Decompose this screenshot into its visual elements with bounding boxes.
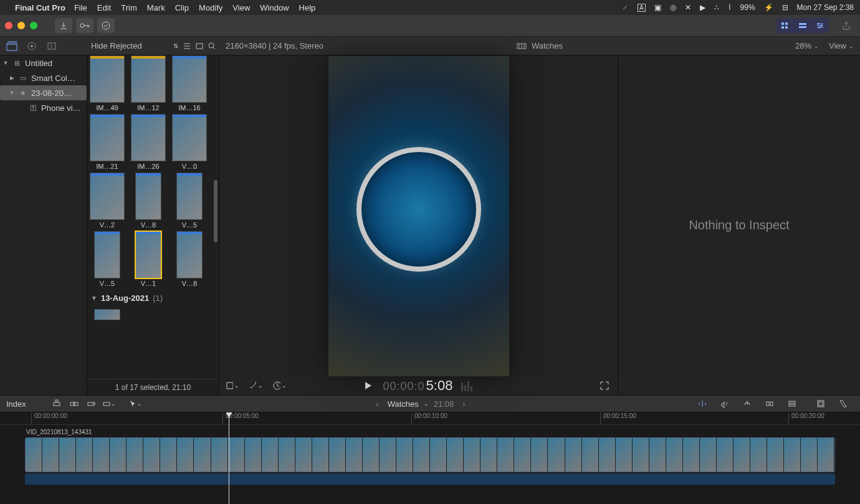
input-menu-icon[interactable]: A (638, 4, 646, 12)
clip-thumbnail-selected[interactable]: V…1 (131, 231, 166, 287)
clip-thumbnail[interactable]: V…5 (90, 231, 125, 287)
timeline-toggle[interactable] (794, 18, 811, 33)
snapping-toggle[interactable] (763, 397, 776, 411)
connect-button[interactable] (50, 397, 64, 411)
timeline-history-fwd[interactable]: › (462, 399, 465, 409)
background-tasks-button[interactable] (97, 18, 115, 33)
timeline-history-back[interactable]: ‹ (376, 399, 378, 409)
sidebar-item-event[interactable]: ▼ ★ 23-08-20… (0, 85, 87, 100)
titles-tab[interactable]: T (45, 39, 59, 53)
battery-icon[interactable]: ⚡ (764, 3, 773, 12)
effects-browser-toggle[interactable] (814, 397, 828, 411)
menu-modify[interactable]: Modify (199, 3, 222, 12)
zoom-menu[interactable]: 28% ⌄ (795, 41, 819, 50)
clip-thumbnail[interactable]: V…0 (172, 114, 207, 170)
keyword-button[interactable] (76, 18, 93, 33)
airdrop-icon[interactable]: ◎ (670, 3, 676, 12)
search-button[interactable] (208, 42, 216, 50)
timeline[interactable]: 00:00:00:00 00:00:05:00 00:00:10:00 00:0… (0, 412, 860, 504)
sidebar-item-library[interactable]: ▼ ⊞ Untitled (0, 55, 87, 70)
append-button[interactable] (85, 397, 98, 411)
menu-trim[interactable]: Trim (121, 3, 137, 12)
clip-thumbnail[interactable]: V…8 (131, 173, 166, 229)
filter-menu[interactable]: Hide Rejected (91, 41, 168, 50)
clip-thumbnail[interactable]: IM…49 (90, 55, 125, 112)
viewer-canvas[interactable] (219, 55, 618, 376)
menu-file[interactable]: File (74, 3, 87, 12)
svg-point-17 (209, 43, 214, 48)
mission-control-icon[interactable]: ▣ (654, 3, 661, 12)
clip-thumbnail[interactable]: IM…16 (172, 55, 207, 112)
clip-thumbnail[interactable]: IM…12 (131, 55, 166, 112)
library-tab[interactable] (5, 39, 19, 53)
date-group-header[interactable]: ▼ 13-Aug-2021 (1) (90, 290, 216, 307)
retime-menu[interactable]: ⌄ (273, 379, 287, 392)
menu-view[interactable]: View (232, 3, 250, 12)
import-button[interactable] (55, 18, 72, 33)
fullscreen-button[interactable] (598, 379, 611, 392)
sidebar-item-smart[interactable]: ▶ ▭ Smart Col… (0, 70, 87, 85)
chevron-down-icon[interactable]: ⌄ (424, 401, 429, 407)
disclosure-triangle-icon[interactable]: ▼ (91, 295, 97, 302)
clip-thumbnail[interactable]: V…2 (90, 173, 125, 229)
disclosure-triangle-icon[interactable]: ▶ (9, 75, 15, 81)
clip-thumbnail[interactable]: IM…21 (90, 114, 125, 170)
clip-thumbnail[interactable]: IM…26 (131, 114, 166, 170)
tool-menu[interactable]: ⌄ (128, 397, 142, 411)
sidebar-label: Untitled (25, 59, 52, 68)
insert-button[interactable] (67, 397, 81, 411)
menu-mark[interactable]: Mark (147, 3, 165, 12)
now-playing-icon[interactable]: ▶ (700, 3, 705, 12)
play-button[interactable] (361, 379, 375, 392)
app-name[interactable]: Final Cut Pro (15, 3, 65, 12)
share-button[interactable] (838, 18, 855, 33)
inspector-toggle[interactable] (811, 18, 829, 33)
wifi-slash-icon[interactable]: ⟋ (621, 3, 629, 12)
datetime[interactable]: Mon 27 Sep 2:38 (797, 3, 854, 12)
disclosure-triangle-icon[interactable]: ▼ (2, 60, 9, 66)
list-view-button[interactable] (183, 42, 191, 50)
sidebar-item-keyword[interactable]: ⚿ Phone vi… (0, 100, 87, 115)
timeline-clip-audio[interactable] (25, 473, 835, 485)
filmstrip-view-button[interactable] (196, 42, 203, 50)
menu-help[interactable]: Help (299, 3, 316, 12)
timeline-project-name[interactable]: Watches (388, 399, 419, 409)
menu-clip[interactable]: Clip (175, 3, 189, 12)
photos-tab[interactable] (25, 39, 39, 53)
menu-window[interactable]: Window (260, 3, 289, 12)
browser-scrollbar[interactable] (214, 180, 217, 242)
control-center-icon[interactable]: ⊟ (782, 3, 788, 12)
playhead[interactable] (229, 412, 229, 504)
preview-image (328, 56, 509, 376)
skimming-toggle[interactable] (695, 397, 709, 411)
window-fullscreen[interactable] (30, 22, 37, 29)
clip-thumbnail[interactable]: V…8 (172, 231, 207, 287)
clip-thumbnail[interactable] (90, 309, 125, 320)
battery-percent[interactable]: 99% (740, 3, 755, 12)
transitions-browser-toggle[interactable] (836, 397, 850, 411)
tools-icon[interactable]: ✕ (685, 3, 691, 12)
disclosure-triangle-icon[interactable]: ▼ (9, 90, 15, 96)
lanes-button[interactable] (785, 397, 799, 411)
clip-thumbnail[interactable]: V…5 (172, 173, 207, 229)
inspector-panel: Nothing to Inspect (618, 55, 860, 395)
display-icon[interactable]: ∴ (714, 3, 719, 12)
window-minimize[interactable] (17, 22, 25, 29)
timecode-display[interactable]: 00:00:05:08 (383, 378, 453, 394)
enhance-menu[interactable]: ⌄ (249, 379, 263, 392)
timeline-ruler[interactable]: 00:00:00:00 00:00:05:00 00:00:10:00 00:0… (0, 412, 860, 425)
timeline-index-button[interactable]: Index (6, 399, 50, 409)
window-close[interactable] (5, 22, 12, 29)
svg-rect-25 (88, 402, 93, 406)
transform-menu[interactable]: ⌄ (226, 379, 239, 392)
wifi-icon[interactable]: ⌇ (728, 3, 732, 12)
menu-edit[interactable]: Edit (97, 3, 111, 12)
svg-point-9 (821, 25, 823, 27)
solo-toggle[interactable] (740, 397, 754, 411)
view-menu[interactable]: View ⌄ (829, 41, 854, 50)
filter-chevron-icon[interactable]: ⇅ (173, 42, 178, 49)
audio-skimming-toggle[interactable] (718, 397, 732, 411)
browser-toggle[interactable] (776, 18, 794, 33)
overwrite-button[interactable]: ⌄ (102, 397, 116, 411)
timeline-clip[interactable] (25, 437, 835, 472)
